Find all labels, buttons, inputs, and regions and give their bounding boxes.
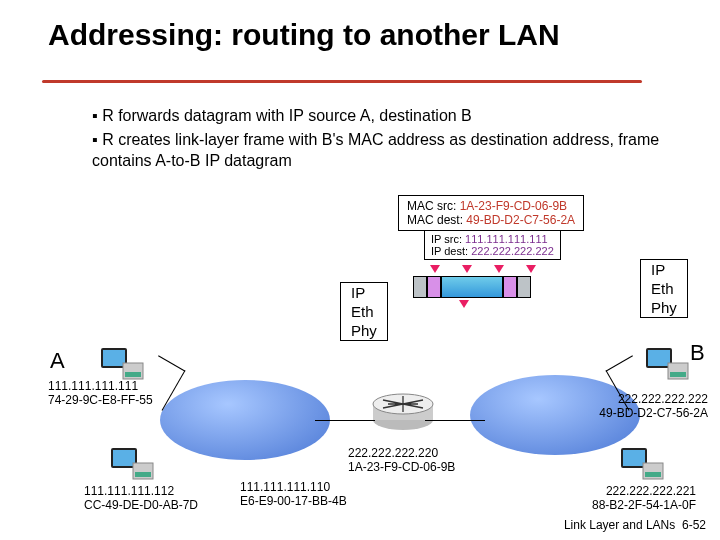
footer-text: Link Layer and LANs <box>564 518 675 532</box>
host-a-label: A <box>50 348 65 374</box>
pc-icon <box>105 445 155 483</box>
ip-dst-value: 222.222.222.222 <box>471 245 554 257</box>
arrow-icon <box>459 300 469 308</box>
packet-diagram <box>413 276 531 298</box>
protocol-stack-b: IP Eth Phy <box>640 259 688 318</box>
ip-dst-label: IP dest: <box>431 245 468 257</box>
pc-icon <box>640 345 690 383</box>
svg-rect-15 <box>645 472 661 477</box>
mac-addr: 1A-23-F9-CD-06-9B <box>348 461 455 475</box>
mac-dst-value: 49-BD-D2-C7-56-2A <box>466 213 575 227</box>
ip-addr: 222.222.222.220 <box>348 447 455 461</box>
ip-header-box: IP src: 111.111.111.111 IP dest: 222.222… <box>424 230 561 260</box>
mac-dst-label: MAC dest: <box>407 213 463 227</box>
arrow-icon <box>494 265 504 273</box>
mac-src-value: 1A-23-F9-CD-06-9B <box>460 199 567 213</box>
stack-eth: Eth <box>341 302 387 321</box>
slide-title: Addressing: routing to another LAN <box>48 18 560 51</box>
router-right-addr: 222.222.222.220 1A-23-F9-CD-06-9B <box>348 447 455 475</box>
pkt-seg-ip-trl <box>503 276 517 298</box>
host-b2-addr: 222.222.222.221 88-B2-2F-54-1A-0F <box>576 485 696 513</box>
pc-icon <box>95 345 145 383</box>
ip-addr: 222.222.222.221 <box>576 485 696 499</box>
ip-src-value: 111.111.111.111 <box>465 233 548 245</box>
protocol-stack-router: IP Eth Phy <box>340 282 388 341</box>
stack-phy: Phy <box>341 321 387 340</box>
router-left-addr: 111.111.111.110 E6-E9-00-17-BB-4B <box>240 481 347 509</box>
arrow-icon <box>430 265 440 273</box>
svg-rect-5 <box>113 450 135 466</box>
host-b-label: B <box>690 340 705 366</box>
router-icon <box>368 392 438 432</box>
mac-header-box: MAC src: 1A-23-F9-CD-06-9B MAC dest: 49-… <box>398 195 584 231</box>
arrows-top <box>430 265 536 273</box>
pc-icon <box>615 445 665 483</box>
host-a2-addr: 111.111.111.112 CC-49-DE-D0-AB-7D <box>84 485 198 513</box>
stack-phy: Phy <box>641 298 687 317</box>
pkt-seg-payload <box>441 276 503 298</box>
pkt-seg-eth-trl <box>517 276 531 298</box>
arrows-bottom <box>459 300 469 308</box>
pkt-seg-eth-hdr <box>413 276 427 298</box>
host-b-addr: 222.222.222.222 49-BD-D2-C7-56-2A <box>588 393 708 421</box>
ip-addr: 111.111.111.112 <box>84 485 198 499</box>
ip-addr: 222.222.222.222 <box>588 393 708 407</box>
svg-rect-11 <box>670 372 686 377</box>
mac-src-label: MAC src: <box>407 199 456 213</box>
bullet-item: R creates link-layer frame with B's MAC … <box>92 130 712 172</box>
stack-ip: IP <box>341 283 387 302</box>
slide-footer: Link Layer and LANs 6-52 <box>564 518 706 532</box>
mac-addr: E6-E9-00-17-BB-4B <box>240 495 347 509</box>
stack-ip: IP <box>641 260 687 279</box>
arrow-icon <box>526 265 536 273</box>
svg-rect-3 <box>125 372 141 377</box>
ip-addr: 111.111.111.111 <box>48 380 153 394</box>
title-underline <box>42 80 642 83</box>
svg-rect-7 <box>135 472 151 477</box>
lan-cloud-left <box>160 380 330 460</box>
mac-addr: 88-B2-2F-54-1A-0F <box>576 499 696 513</box>
svg-rect-9 <box>648 350 670 366</box>
bullet-list: R forwards datagram with IP source A, de… <box>52 106 712 174</box>
pkt-seg-ip-hdr <box>427 276 441 298</box>
host-a-addr: 111.111.111.111 74-29-9C-E8-FF-55 <box>48 380 153 408</box>
svg-rect-1 <box>103 350 125 366</box>
stack-eth: Eth <box>641 279 687 298</box>
ip-src-label: IP src: <box>431 233 462 245</box>
mac-addr: 74-29-9C-E8-FF-55 <box>48 394 153 408</box>
bullet-item: R forwards datagram with IP source A, de… <box>92 106 712 127</box>
mac-addr: 49-BD-D2-C7-56-2A <box>588 407 708 421</box>
arrow-icon <box>462 265 472 273</box>
mac-addr: CC-49-DE-D0-AB-7D <box>84 499 198 513</box>
svg-rect-13 <box>623 450 645 466</box>
link-line <box>425 420 485 421</box>
link-line <box>315 420 375 421</box>
page-number: 6-52 <box>682 518 706 532</box>
ip-addr: 111.111.111.110 <box>240 481 347 495</box>
